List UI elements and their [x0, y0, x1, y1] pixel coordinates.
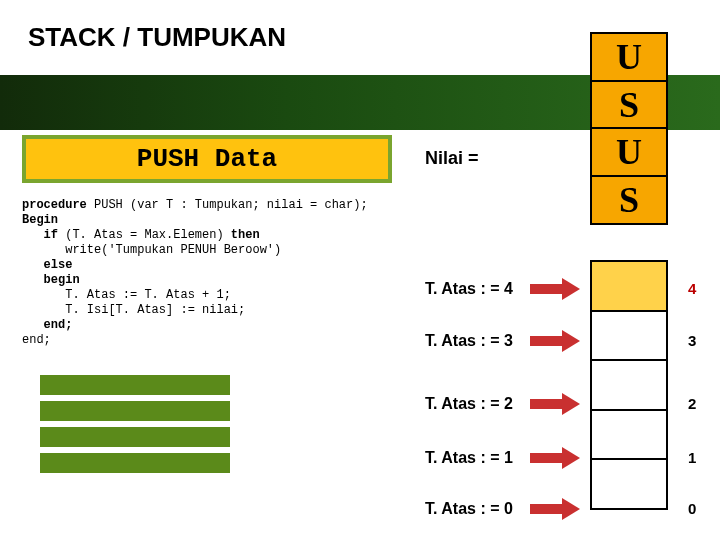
code-text: T. Isi[T. Atas] := nilai;	[22, 303, 245, 317]
kw-then: then	[231, 228, 260, 242]
letter-cell: U	[590, 127, 668, 177]
kw-begin: Begin	[22, 213, 58, 227]
code-text: (T. Atas = Max.Elemen)	[58, 228, 231, 242]
atas-label: T. Atas : = 4	[425, 280, 513, 298]
row-number: 4	[688, 280, 696, 297]
bar	[40, 401, 230, 421]
atas-label: T. Atas : = 3	[425, 332, 513, 350]
stack-cell	[590, 409, 668, 461]
atas-label: T. Atas : = 2	[425, 395, 513, 413]
stack-cell	[590, 458, 668, 510]
row-number: 0	[688, 500, 696, 517]
atas-label: T. Atas : = 1	[425, 449, 513, 467]
code-block: procedure PUSH (var T : Tumpukan; nilai …	[22, 198, 402, 348]
row-number: 2	[688, 395, 696, 412]
letter-cell: U	[590, 32, 668, 82]
row-number: 1	[688, 449, 696, 466]
stack-cell	[590, 310, 668, 362]
stack-column	[590, 260, 668, 508]
bar	[40, 375, 230, 395]
svg-rect-4	[530, 399, 562, 409]
svg-marker-9	[562, 498, 580, 520]
atas-label: T. Atas : = 0	[425, 500, 513, 518]
arrow-right-icon	[530, 330, 580, 348]
nilai-label: Nilai =	[425, 148, 479, 169]
green-bars	[40, 375, 230, 479]
svg-rect-6	[530, 453, 562, 463]
svg-rect-2	[530, 336, 562, 346]
arrow-right-icon	[530, 447, 580, 465]
stack-cell	[590, 359, 668, 411]
kw-procedure: procedure	[22, 198, 87, 212]
push-heading: PUSH Data	[22, 135, 392, 183]
letter-stack: U S U S	[590, 32, 668, 222]
bar	[40, 427, 230, 447]
code-text: T. Atas := T. Atas + 1;	[22, 288, 231, 302]
kw-if: if	[22, 228, 58, 242]
letter-cell: S	[590, 80, 668, 130]
code-text: write('Tumpukan PENUH Beroow')	[22, 243, 281, 257]
svg-marker-3	[562, 330, 580, 352]
arrow-right-icon	[530, 393, 580, 411]
svg-marker-5	[562, 393, 580, 415]
kw-end: end;	[22, 333, 51, 347]
page-title: STACK / TUMPUKAN	[28, 22, 286, 53]
svg-rect-0	[530, 284, 562, 294]
arrow-right-icon	[530, 278, 580, 296]
svg-marker-7	[562, 447, 580, 469]
letter-cell: S	[590, 175, 668, 225]
kw-begin-inner: begin	[22, 273, 80, 287]
kw-else: else	[22, 258, 72, 272]
svg-marker-1	[562, 278, 580, 300]
arrow-right-icon	[530, 498, 580, 516]
stack-cell	[590, 260, 668, 312]
svg-rect-8	[530, 504, 562, 514]
code-text: PUSH (var T : Tumpukan; nilai = char);	[87, 198, 368, 212]
row-number: 3	[688, 332, 696, 349]
kw-end-inner: end;	[22, 318, 72, 332]
bar	[40, 453, 230, 473]
